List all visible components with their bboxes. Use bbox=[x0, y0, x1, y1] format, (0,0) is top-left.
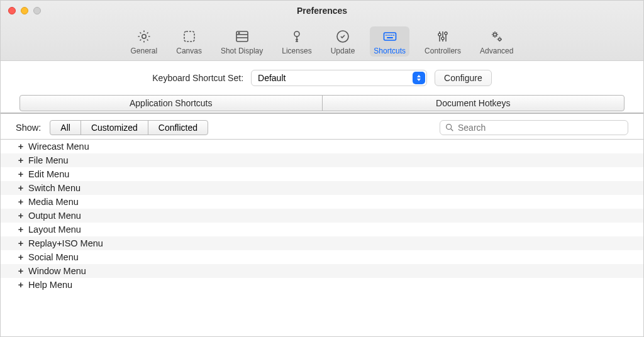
expand-icon: + bbox=[17, 155, 25, 165]
tab-canvas[interactable]: Canvas bbox=[172, 26, 206, 57]
update-icon bbox=[335, 29, 350, 44]
list-item-label: Media Menu bbox=[28, 197, 79, 207]
expand-icon: + bbox=[17, 197, 25, 207]
list-item[interactable]: +Help Menu bbox=[1, 278, 643, 292]
filter-row: Show: All Customized Conflicted bbox=[1, 114, 643, 140]
list-item[interactable]: +Social Menu bbox=[1, 250, 643, 264]
list-item-label: File Menu bbox=[28, 155, 69, 165]
toolbar-label: Advanced bbox=[480, 47, 513, 55]
tab-advanced[interactable]: Advanced bbox=[476, 26, 517, 57]
shortcut-set-row: Keyboard Shortcut Set: Configure bbox=[1, 70, 643, 86]
search-input[interactable] bbox=[440, 120, 628, 135]
configure-button[interactable]: Configure bbox=[435, 70, 492, 86]
filter-segmented: All Customized Conflicted bbox=[50, 120, 208, 135]
tab-licenses[interactable]: Licenses bbox=[278, 26, 315, 57]
list-item-label: Layout Menu bbox=[28, 224, 81, 235]
svg-point-0 bbox=[142, 35, 146, 38]
titlebar: Preferences General Canvas Shot Display … bbox=[1, 1, 643, 61]
keyboard-icon bbox=[382, 29, 397, 44]
window-title: Preferences bbox=[1, 6, 643, 16]
list-item-label: Window Menu bbox=[28, 266, 86, 276]
filter-conflicted[interactable]: Conflicted bbox=[148, 121, 208, 135]
svg-line-24 bbox=[451, 129, 453, 131]
tab-controllers[interactable]: Controllers bbox=[421, 26, 465, 57]
prefs-toolbar: General Canvas Shot Display Licenses Upd… bbox=[1, 26, 643, 57]
expand-icon: + bbox=[17, 252, 25, 262]
svg-point-6 bbox=[294, 31, 299, 36]
shortcut-menu-list: +Wirecast Menu +File Menu +Edit Menu +Sw… bbox=[1, 140, 643, 309]
svg-point-23 bbox=[447, 124, 452, 130]
tab-shot-display[interactable]: Shot Display bbox=[217, 26, 267, 57]
list-item[interactable]: +Media Menu bbox=[1, 195, 643, 209]
list-item[interactable]: +Replay+ISO Menu bbox=[1, 236, 643, 250]
shortcut-set-label: Keyboard Shortcut Set: bbox=[152, 73, 243, 83]
filter-customized[interactable]: Customized bbox=[81, 121, 148, 135]
svg-point-18 bbox=[438, 33, 441, 36]
toolbar-label: General bbox=[131, 47, 158, 55]
tab-general[interactable]: General bbox=[127, 26, 162, 57]
toolbar-label: Licenses bbox=[282, 47, 311, 55]
canvas-icon bbox=[182, 29, 197, 44]
tab-shortcuts[interactable]: Shortcuts bbox=[370, 26, 409, 57]
list-item-label: Social Menu bbox=[28, 252, 79, 262]
svg-point-22 bbox=[498, 38, 501, 41]
search-field[interactable] bbox=[440, 120, 628, 135]
svg-point-4 bbox=[238, 33, 240, 34]
toolbar-label: Controllers bbox=[425, 47, 461, 55]
chevron-up-down-icon bbox=[413, 72, 425, 84]
svg-point-19 bbox=[441, 37, 444, 40]
expand-icon: + bbox=[17, 183, 25, 193]
list-item-label: Replay+ISO Menu bbox=[28, 238, 103, 248]
list-item[interactable]: +Edit Menu bbox=[1, 167, 643, 181]
list-item-label: Wirecast Menu bbox=[28, 141, 89, 152]
filter-label: Show: bbox=[16, 123, 41, 133]
filter-all[interactable]: All bbox=[50, 121, 81, 135]
content: Keyboard Shortcut Set: Configure Applica… bbox=[1, 61, 643, 309]
list-item-label: Switch Menu bbox=[28, 183, 80, 193]
expand-icon: + bbox=[17, 238, 25, 248]
expand-icon: + bbox=[17, 280, 25, 290]
expand-icon: + bbox=[17, 224, 25, 235]
search-icon bbox=[445, 123, 455, 133]
toolbar-label: Update bbox=[331, 47, 355, 55]
gears-icon bbox=[489, 29, 504, 44]
list-item-label: Output Menu bbox=[28, 211, 81, 221]
svg-point-20 bbox=[445, 32, 447, 35]
expand-icon: + bbox=[17, 141, 25, 152]
toolbar-label: Shot Display bbox=[221, 47, 263, 55]
sliders-icon bbox=[435, 29, 450, 44]
svg-rect-8 bbox=[384, 33, 396, 40]
list-item[interactable]: +File Menu bbox=[1, 153, 643, 167]
list-item[interactable]: +Output Menu bbox=[1, 209, 643, 223]
svg-point-21 bbox=[493, 33, 496, 36]
shortcut-set-value[interactable] bbox=[251, 70, 427, 86]
section-tabs: Application Shortcuts Document Hotkeys bbox=[19, 95, 625, 111]
tab-update[interactable]: Update bbox=[327, 26, 359, 57]
list-item-label: Help Menu bbox=[28, 280, 72, 290]
toolbar-label: Canvas bbox=[176, 47, 202, 55]
svg-rect-1 bbox=[184, 31, 194, 41]
expand-icon: + bbox=[17, 266, 25, 276]
toolbar-label: Shortcuts bbox=[374, 47, 406, 55]
list-item[interactable]: +Layout Menu bbox=[1, 223, 643, 236]
shot-display-icon bbox=[235, 29, 250, 44]
list-item[interactable]: +Wirecast Menu bbox=[1, 140, 643, 153]
expand-icon: + bbox=[17, 211, 25, 221]
list-item[interactable]: +Switch Menu bbox=[1, 181, 643, 195]
tab-document-hotkeys[interactable]: Document Hotkeys bbox=[323, 96, 625, 111]
footer-blank bbox=[1, 309, 643, 337]
list-item-label: Edit Menu bbox=[28, 169, 69, 179]
key-icon bbox=[289, 29, 304, 44]
expand-icon: + bbox=[17, 169, 25, 179]
list-item[interactable]: +Window Menu bbox=[1, 264, 643, 278]
tab-application-shortcuts[interactable]: Application Shortcuts bbox=[20, 96, 323, 111]
gear-icon bbox=[136, 29, 152, 44]
shortcut-set-select[interactable] bbox=[251, 70, 427, 86]
